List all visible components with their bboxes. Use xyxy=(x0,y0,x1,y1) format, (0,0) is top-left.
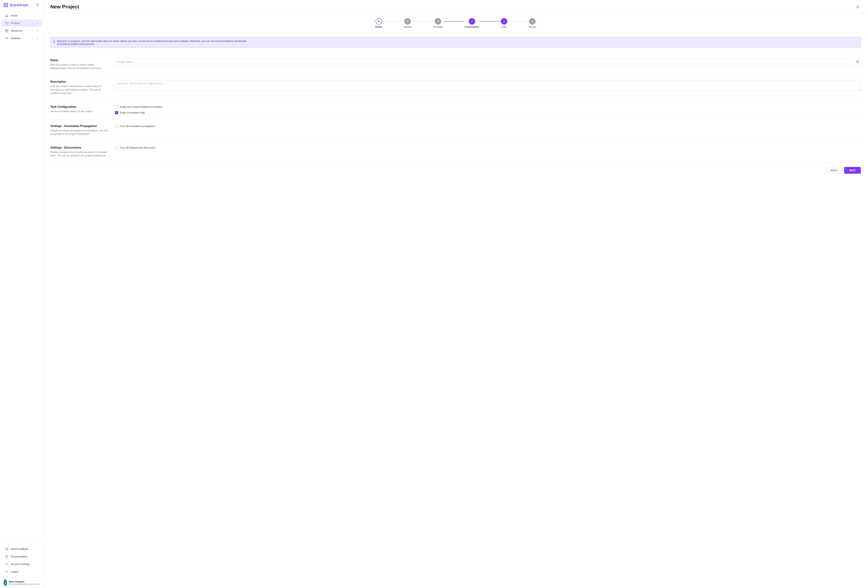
resources-icon xyxy=(5,29,9,32)
step-ontologies-label: Ontologies xyxy=(433,26,443,28)
step-dataset-circle: 2 xyxy=(404,18,411,25)
sidebar-item-home[interactable]: Home xyxy=(1,12,41,19)
step-ontologies[interactable]: 3 Ontologies xyxy=(433,18,443,28)
hamburger-menu-icon[interactable] xyxy=(36,3,39,7)
checkbox-entity-only-box xyxy=(115,111,118,114)
user-email: tyler.bikaun@research.uwa.edu.au xyxy=(9,583,39,585)
main-content: New Project ✎ Details 2 Dataset 3 Ontolo… xyxy=(43,0,868,588)
account-settings-icon xyxy=(5,562,9,566)
discussions-label: Settings - Discussions Disable annotator… xyxy=(50,146,108,158)
step-preannotation-label: Preannotation xyxy=(465,26,479,28)
project-name-input[interactable] xyxy=(115,59,853,65)
user-name: tyler-research xyxy=(9,580,39,583)
step-preannotation[interactable]: ✓ Preannotation xyxy=(465,18,479,28)
sidebar-item-account-settings[interactable]: Account Settings xyxy=(1,560,41,568)
stepper: ✎ Details 2 Dataset 3 Ontologies ✓ Prean… xyxy=(43,14,868,33)
step-preannotation-circle: ✓ xyxy=(469,18,475,25)
documentation-icon xyxy=(5,555,9,559)
page-title: New Project xyxy=(50,4,79,10)
description-section-label: Description Give your project a descript… xyxy=(50,80,108,95)
step-details[interactable]: ✎ Details xyxy=(375,18,382,28)
propagation-content: Turn off annotation propagation xyxy=(115,124,861,136)
sidebar-logo: QuickGraph xyxy=(4,3,28,7)
propagation-checkboxes: Turn off annotation propagation xyxy=(115,124,155,128)
sidebar-item-logout-label: Logout xyxy=(11,570,38,573)
annotation-propagation-section: Settings - Annotation Propagation Disabl… xyxy=(50,119,861,141)
task-config-checkboxes: Entity and Closed Relation Annotation En… xyxy=(115,105,162,114)
svg-rect-1 xyxy=(7,29,8,31)
sidebar-item-feedback-label: Send Feedback xyxy=(11,548,38,550)
feedback-icon xyxy=(5,547,9,551)
task-config-section: Task Configuration Set the annotation ta… xyxy=(50,100,861,119)
checkbox-closed-relation[interactable]: Entity and Closed Relation Annotation xyxy=(115,105,162,109)
step-review-circle: 6 xyxy=(529,18,536,25)
avatar: t xyxy=(4,579,7,586)
description-section: Description Give your project a descript… xyxy=(50,75,861,100)
sidebar-item-account-label: Account Settings xyxy=(11,563,38,566)
step-review[interactable]: 6 Review xyxy=(529,18,536,28)
step-review-label: Review xyxy=(529,26,536,28)
quickgraph-logo-icon xyxy=(4,3,8,7)
svg-rect-8 xyxy=(858,60,859,62)
svg-rect-5 xyxy=(6,555,8,558)
sidebar-item-feedback[interactable]: Send Feedback xyxy=(1,545,41,553)
projects-chevron-icon: ▾ xyxy=(37,22,38,24)
random-name-button[interactable] xyxy=(854,59,861,65)
svg-rect-9 xyxy=(856,62,858,63)
task-config-title: Task Configuration xyxy=(50,105,108,109)
info-text: Welcome! To progress, click the appropri… xyxy=(57,40,247,45)
name-section-title: Name xyxy=(50,59,108,62)
connector-5 xyxy=(507,21,529,22)
checkbox-discussion[interactable]: Turn off dataset item discussion xyxy=(115,146,155,149)
svg-point-6 xyxy=(6,563,7,564)
sidebar-item-documentation-label: Documentation xyxy=(11,555,38,558)
checkbox-closed-relation-label: Entity and Closed Relation Annotation xyxy=(120,105,162,108)
sidebar: QuickGraph Home Projects ▾ xyxy=(0,0,43,588)
svg-rect-3 xyxy=(7,31,8,32)
notification-bell-button[interactable] xyxy=(854,4,861,10)
checkbox-propagation-box xyxy=(115,124,118,128)
discussions-title: Settings - Discussions xyxy=(50,146,108,149)
task-config-description: Set the annotation task(s) for this proj… xyxy=(50,110,108,113)
step-invite[interactable]: ✓ Invite xyxy=(501,18,507,28)
project-description-input[interactable] xyxy=(115,80,861,91)
sidebar-item-resources-label: Resources xyxy=(11,29,35,32)
checkbox-propagation[interactable]: Turn off annotation propagation xyxy=(115,124,155,128)
sidebar-item-documentation[interactable]: Documentation xyxy=(1,553,41,560)
sidebar-logo-text: QuickGraph xyxy=(10,3,28,7)
sidebar-item-resources[interactable]: Resources ▾ xyxy=(1,27,41,34)
connector-4 xyxy=(479,21,501,22)
sidebar-bottom: Send Feedback Documentation Account Sett… xyxy=(0,544,43,577)
sidebar-item-projects[interactable]: Projects ▾ xyxy=(1,19,41,27)
checkbox-entity-only[interactable]: Entity Annotation Only xyxy=(115,111,162,114)
checkbox-discussion-label: Turn off dataset item discussion xyxy=(120,146,155,149)
step-invite-circle: ✓ xyxy=(501,18,507,25)
sidebar-header: QuickGraph xyxy=(0,0,43,10)
task-config-label: Task Configuration Set the annotation ta… xyxy=(50,105,108,114)
connector-2 xyxy=(411,21,433,22)
datasets-chevron-icon: ▾ xyxy=(37,37,38,40)
name-section-description: Give your project a name to make it easi… xyxy=(50,63,108,70)
home-icon xyxy=(5,14,9,18)
discussions-checkboxes: Turn off dataset item discussion xyxy=(115,146,155,149)
checkbox-closed-relation-box xyxy=(115,105,118,109)
sidebar-item-logout[interactable]: Logout xyxy=(1,568,41,575)
name-section: Name Give your project a name to make it… xyxy=(50,53,861,75)
next-button[interactable]: NEXT xyxy=(844,167,861,174)
name-section-label: Name Give your project a name to make it… xyxy=(50,59,108,70)
svg-rect-7 xyxy=(856,60,858,62)
step-details-label: Details xyxy=(375,26,382,28)
sidebar-item-projects-label: Projects xyxy=(11,22,35,25)
step-dataset-label: Dataset xyxy=(404,26,411,28)
back-button[interactable]: BACK xyxy=(826,167,842,174)
sidebar-item-datasets[interactable]: Datasets ▾ xyxy=(1,35,41,42)
svg-rect-0 xyxy=(6,29,7,31)
sidebar-item-home-label: Home xyxy=(11,14,38,17)
connector-3 xyxy=(443,21,465,22)
task-config-content: Entity and Closed Relation Annotation En… xyxy=(115,105,861,114)
create-resource-link[interactable]: Click here to create a new resource. xyxy=(57,43,94,45)
datasets-icon xyxy=(5,37,9,40)
description-section-title: Description xyxy=(50,80,108,83)
step-dataset[interactable]: 2 Dataset xyxy=(404,18,411,28)
checkbox-propagation-label: Turn off annotation propagation xyxy=(120,125,155,128)
